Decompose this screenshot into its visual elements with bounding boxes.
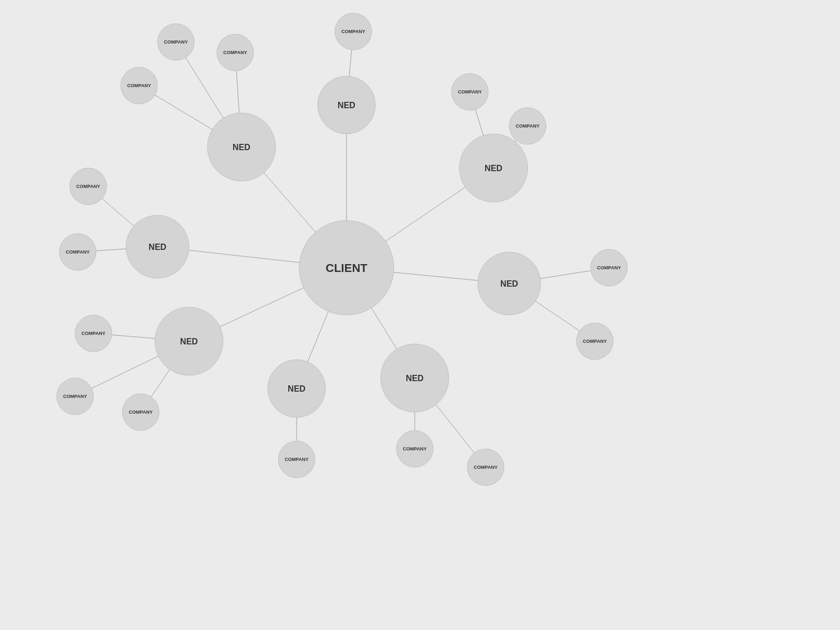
company-node[interactable]: COMPANY [75,315,112,352]
company-node[interactable]: COMPANY [59,234,96,270]
svg-text:COMPANY: COMPANY [127,83,151,88]
svg-text:COMPANY: COMPANY [81,331,105,336]
ned-node[interactable]: NED [381,344,449,412]
company-node[interactable]: COMPANY [70,168,107,205]
svg-text:COMPANY: COMPANY [63,394,87,399]
company-node[interactable]: COMPANY [278,441,315,478]
svg-text:NED: NED [233,143,250,152]
ned-node[interactable]: NED [478,252,541,315]
company-node[interactable]: COMPANY [591,249,627,286]
svg-text:NED: NED [180,337,198,346]
svg-text:COMPANY: COMPANY [583,339,606,344]
ned-node[interactable]: NED [268,360,326,417]
company-node[interactable]: COMPANY [452,74,488,110]
company-node[interactable]: COMPANY [396,430,433,467]
svg-text:COMPANY: COMPANY [223,50,247,55]
svg-text:COMPANY: COMPANY [76,184,100,189]
svg-text:COMPANY: COMPANY [597,265,621,270]
ned-node[interactable]: NED [155,307,223,375]
svg-text:NED: NED [406,374,424,383]
company-node[interactable]: COMPANY [467,449,504,486]
company-node[interactable]: COMPANY [122,394,159,430]
svg-text:COMPANY: COMPANY [164,39,187,45]
ned-node[interactable]: NED [318,76,375,134]
company-node[interactable]: COMPANY [217,34,254,71]
svg-text:NED: NED [500,279,518,288]
svg-text:NED: NED [485,164,502,173]
company-node[interactable]: COMPANY [57,378,93,415]
ned-node[interactable]: NED [459,134,528,202]
company-node[interactable]: COMPANY [335,13,372,50]
ned-node[interactable]: NED [126,215,189,278]
svg-text:NED: NED [288,384,306,393]
network-graph: CLIENTNEDNEDNEDNEDNEDNEDNEDNEDCOMPANYCOM… [0,0,840,630]
svg-text:CLIENT: CLIENT [326,261,368,275]
company-node[interactable]: COMPANY [576,323,613,360]
svg-text:COMPANY: COMPANY [129,410,152,415]
company-node[interactable]: COMPANY [158,24,194,60]
svg-text:COMPANY: COMPANY [403,446,426,452]
svg-text:COMPANY: COMPANY [285,457,308,462]
svg-text:NED: NED [149,243,166,251]
svg-text:NED: NED [338,101,355,110]
svg-text:COMPANY: COMPANY [458,89,481,94]
company-node[interactable]: COMPANY [509,108,546,144]
company-node[interactable]: COMPANY [121,67,158,104]
svg-text:COMPANY: COMPANY [66,249,89,255]
svg-text:COMPANY: COMPANY [516,123,539,129]
svg-text:COMPANY: COMPANY [341,29,365,34]
ned-node[interactable]: NED [207,113,276,181]
client-node[interactable]: CLIENT [299,220,394,315]
svg-text:COMPANY: COMPANY [474,465,497,470]
